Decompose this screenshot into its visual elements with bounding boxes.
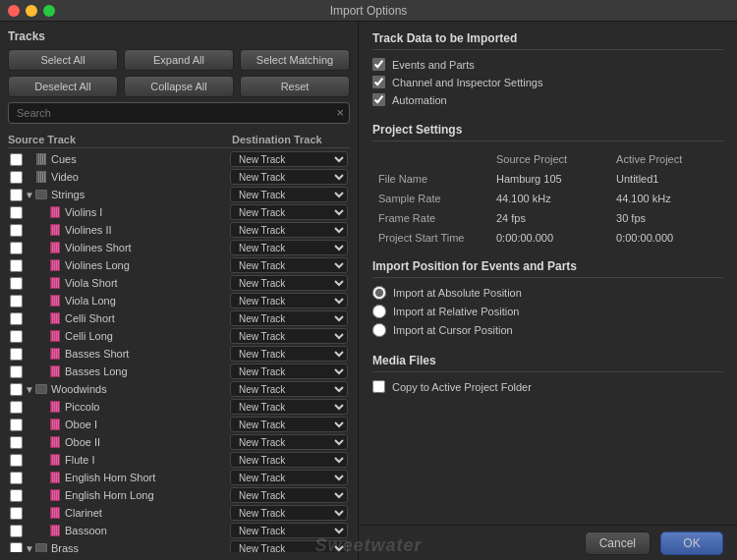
track-checkbox[interactable] xyxy=(10,348,23,361)
track-dest-select[interactable]: New Track xyxy=(230,523,348,538)
maximize-button[interactable] xyxy=(43,5,55,17)
track-checkbox[interactable] xyxy=(10,171,23,184)
track-data-checkbox[interactable] xyxy=(372,58,385,71)
track-dest-select[interactable]: New Track xyxy=(230,540,348,552)
track-dest-select[interactable]: New Track xyxy=(230,470,348,485)
track-checkbox[interactable] xyxy=(10,242,23,254)
track-data-checkbox[interactable] xyxy=(372,93,385,106)
track-name: Violines II xyxy=(65,224,230,236)
track-dest-select[interactable]: New Track xyxy=(230,346,348,362)
select-all-button[interactable]: Select All xyxy=(8,49,118,71)
track-dest-select[interactable]: New Track xyxy=(230,434,348,450)
track-row: Violines IINew Track xyxy=(8,221,350,239)
track-checkbox[interactable] xyxy=(10,189,23,201)
import-position-radio[interactable] xyxy=(372,286,386,300)
track-dest-select[interactable]: New Track xyxy=(230,293,348,308)
project-table-row: File NameHamburg 105Untitled1 xyxy=(372,169,723,189)
track-checkbox[interactable] xyxy=(10,401,23,414)
col-active-header: Active Project xyxy=(610,149,723,169)
track-data-checkbox-row: Channel and Inspector Settings xyxy=(372,76,723,88)
minimize-button[interactable] xyxy=(26,5,37,17)
track-name: Cues xyxy=(51,153,230,165)
track-dest-select[interactable]: New Track xyxy=(230,222,348,238)
track-type-icon xyxy=(48,400,62,414)
track-row: VideoNew Track xyxy=(8,168,350,186)
ok-button[interactable]: OK xyxy=(660,532,723,555)
track-row: Basses LongNew Track xyxy=(8,363,350,380)
import-position-radio-row: Import at Cursor Position xyxy=(372,323,723,337)
track-checkbox[interactable] xyxy=(10,507,23,520)
cancel-button[interactable]: Cancel xyxy=(585,532,651,555)
track-checkbox[interactable] xyxy=(10,206,23,219)
track-checkbox[interactable] xyxy=(10,542,23,553)
expand-icon[interactable]: ▼ xyxy=(25,384,34,395)
track-row: Violines ShortNew Track xyxy=(8,239,350,256)
track-checkbox[interactable] xyxy=(10,330,23,343)
track-type-icon xyxy=(48,471,62,484)
search-row: × xyxy=(8,102,350,124)
track-row: Flute INew Track xyxy=(8,451,350,469)
track-dest-select[interactable]: New Track xyxy=(230,452,348,468)
track-dest-select[interactable]: New Track xyxy=(230,328,348,344)
track-dest-select[interactable]: New Track xyxy=(230,399,348,415)
media-checkbox[interactable] xyxy=(372,380,385,393)
track-data-checkbox-row: Events and Parts xyxy=(372,58,723,71)
search-clear-icon[interactable]: × xyxy=(336,106,344,119)
track-dest-select[interactable]: New Track xyxy=(230,505,348,521)
track-dest-select[interactable]: New Track xyxy=(230,257,348,273)
collapse-all-button[interactable]: Collapse All xyxy=(124,76,234,97)
track-dest-select[interactable]: New Track xyxy=(230,364,348,379)
track-type-icon xyxy=(48,223,62,237)
track-checkbox[interactable] xyxy=(10,489,23,502)
track-checkbox[interactable] xyxy=(10,224,23,237)
expand-icon[interactable]: ▼ xyxy=(25,543,34,553)
deselect-all-button[interactable]: Deselect All xyxy=(8,76,118,97)
track-checkbox[interactable] xyxy=(10,312,23,325)
import-position-radio[interactable] xyxy=(372,323,386,337)
track-dest-select[interactable]: New Track xyxy=(230,381,348,397)
track-dest-select[interactable]: New Track xyxy=(230,240,348,255)
media-files-title: Media Files xyxy=(372,354,723,372)
track-checkbox[interactable] xyxy=(10,383,23,396)
footer: Cancel OK xyxy=(359,525,737,560)
select-matching-button[interactable]: Select Matching xyxy=(240,49,350,71)
project-table-row: Frame Rate24 fps30 fps xyxy=(372,208,723,228)
track-checkbox[interactable] xyxy=(10,419,23,431)
track-dest-select[interactable]: New Track xyxy=(230,151,348,167)
track-data-checkbox[interactable] xyxy=(372,76,385,88)
track-checkbox[interactable] xyxy=(10,436,23,449)
import-position-radio[interactable] xyxy=(372,305,386,318)
expand-all-button[interactable]: Expand All xyxy=(124,49,234,71)
track-dest-select[interactable]: New Track xyxy=(230,187,348,202)
window-controls[interactable] xyxy=(8,5,55,17)
media-checkbox-label: Copy to Active Project Folder xyxy=(392,381,532,393)
track-data-checkbox-label: Automation xyxy=(392,94,447,106)
track-checkbox[interactable] xyxy=(10,525,23,537)
track-dest-select[interactable]: New Track xyxy=(230,204,348,220)
track-type-icon xyxy=(48,205,62,219)
track-dest-select[interactable]: New Track xyxy=(230,310,348,326)
title-bar: Import Options xyxy=(0,0,737,22)
track-checkbox[interactable] xyxy=(10,295,23,308)
track-dest-select[interactable]: New Track xyxy=(230,417,348,432)
project-row-active: Untitled1 xyxy=(610,169,723,189)
track-dest-select[interactable]: New Track xyxy=(230,487,348,503)
track-checkbox[interactable] xyxy=(10,153,23,166)
left-panel: Tracks Select All Expand All Select Matc… xyxy=(0,22,359,560)
project-table-row: Project Start Time0:00:00.0000:00:00.000 xyxy=(372,228,723,248)
track-checkbox[interactable] xyxy=(10,277,23,290)
track-row: Oboe IINew Track xyxy=(8,433,350,451)
track-name: Violines Long xyxy=(65,259,230,271)
track-row: ClarinetNew Track xyxy=(8,504,350,522)
track-checkbox[interactable] xyxy=(10,365,23,378)
track-dest-select[interactable]: New Track xyxy=(230,169,348,185)
search-input[interactable] xyxy=(8,102,350,124)
close-button[interactable] xyxy=(8,5,20,17)
track-checkbox[interactable] xyxy=(10,259,23,272)
track-checkbox[interactable] xyxy=(10,454,23,467)
track-dest-select[interactable]: New Track xyxy=(230,275,348,291)
track-name: Brass xyxy=(51,542,230,552)
expand-icon[interactable]: ▼ xyxy=(25,190,34,200)
track-checkbox[interactable] xyxy=(10,472,23,484)
reset-button[interactable]: Reset xyxy=(240,76,350,97)
